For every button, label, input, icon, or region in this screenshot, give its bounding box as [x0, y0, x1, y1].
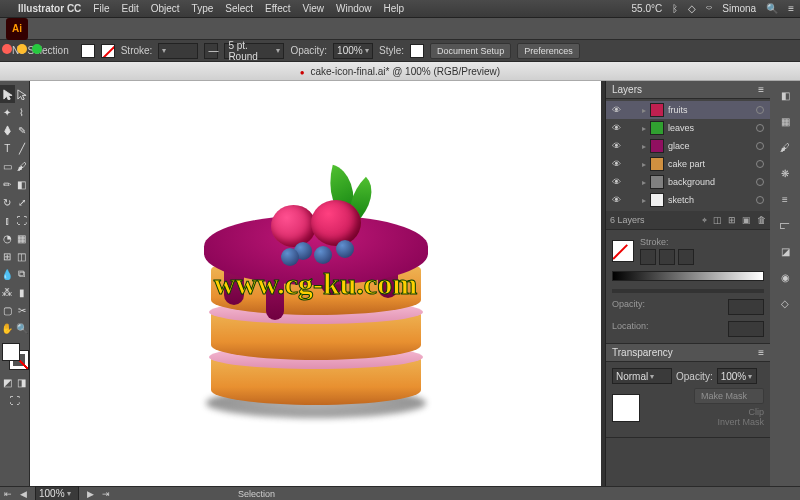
gradient-slider[interactable] [612, 289, 764, 293]
panel-menu-icon[interactable]: ≡ [758, 347, 764, 358]
document-setup-button[interactable]: Document Setup [430, 43, 511, 59]
target-icon[interactable] [756, 160, 764, 168]
menu-object[interactable]: Object [151, 3, 180, 14]
target-icon[interactable] [756, 106, 764, 114]
layer-row-background[interactable]: 👁 ▸ background [606, 173, 770, 191]
spotlight-icon[interactable]: 🔍 [766, 3, 778, 14]
delete-layer-icon[interactable]: 🗑 [757, 215, 766, 226]
layer-name[interactable]: leaves [668, 123, 752, 133]
menu-help[interactable]: Help [384, 3, 405, 14]
stroke-weight-field[interactable] [158, 43, 198, 59]
layer-name[interactable]: background [668, 177, 752, 187]
fill-swatch[interactable] [81, 44, 95, 58]
shape-builder-tool[interactable]: ◔ [0, 229, 15, 247]
visibility-icon[interactable]: 👁 [610, 141, 622, 151]
make-clip-icon[interactable]: ◫ [713, 215, 722, 226]
layer-row-leaves[interactable]: 👁 ▸ leaves [606, 119, 770, 137]
fill-color-box[interactable] [2, 343, 20, 361]
opacity-field[interactable]: 100% [333, 43, 373, 59]
perspective-tool[interactable]: ▦ [15, 229, 30, 247]
grad-opacity-field[interactable] [728, 299, 764, 315]
selection-tool[interactable] [0, 85, 15, 103]
expand-arrow-icon[interactable]: ▸ [642, 196, 646, 205]
locate-object-icon[interactable]: ⌖ [702, 215, 707, 226]
grad-stroke-btn-2[interactable] [659, 249, 675, 265]
zoom-tool[interactable]: 🔍 [15, 319, 30, 337]
visibility-icon[interactable]: 👁 [610, 159, 622, 169]
layer-row-fruits[interactable]: 👁 ▸ fruits [606, 101, 770, 119]
invert-mask-checkbox[interactable]: Invert Mask [644, 417, 764, 427]
layer-row-sketch[interactable]: 👁 ▸ sketch [606, 191, 770, 209]
graphic-style-swatch[interactable] [410, 44, 424, 58]
lasso-tool[interactable]: ⌇ [15, 103, 30, 121]
menu-type[interactable]: Type [192, 3, 214, 14]
scale-tool[interactable]: ⤢ [15, 193, 30, 211]
graphic-styles-panel-icon[interactable]: ◇ [777, 295, 793, 311]
layer-name[interactable]: glace [668, 141, 752, 151]
expand-arrow-icon[interactable]: ▸ [642, 160, 646, 169]
mesh-tool[interactable]: ⊞ [0, 247, 15, 265]
stroke-swatch[interactable] [101, 44, 115, 58]
color-panel-icon[interactable]: ◧ [777, 87, 793, 103]
slice-tool[interactable]: ✂ [15, 301, 30, 319]
dropbox-icon[interactable]: ◇ [688, 3, 696, 14]
layers-tab[interactable]: Layers ≡ [606, 81, 770, 99]
user-name[interactable]: Simona [722, 3, 756, 14]
artboard-nav-first-icon[interactable]: ⇤ [4, 489, 12, 499]
direct-selection-tool[interactable] [15, 85, 30, 103]
close-window-button[interactable] [2, 44, 12, 54]
new-sublayer-icon[interactable]: ⊞ [728, 215, 736, 226]
pencil-tool[interactable]: ✏ [0, 175, 15, 193]
visibility-icon[interactable]: 👁 [610, 177, 622, 187]
grad-location-field[interactable] [728, 321, 764, 337]
artboard-nav-next-icon[interactable]: ▶ [87, 489, 94, 499]
new-layer-icon[interactable]: ▣ [742, 215, 751, 226]
artboard-nav-prev-icon[interactable]: ◀ [20, 489, 27, 499]
brush-def-dropdown[interactable]: 5 pt. Round [224, 43, 284, 59]
artboard-tool[interactable]: ▢ [0, 301, 15, 319]
transparency-tab[interactable]: Transparency ≡ [606, 344, 770, 362]
hand-tool[interactable]: ✋ [0, 319, 15, 337]
visibility-icon[interactable]: 👁 [610, 195, 622, 205]
clip-checkbox[interactable]: Clip [644, 407, 764, 417]
visibility-icon[interactable]: 👁 [610, 105, 622, 115]
app-name[interactable]: Illustrator CC [18, 3, 81, 14]
expand-arrow-icon[interactable]: ▸ [642, 142, 646, 151]
target-icon[interactable] [756, 196, 764, 204]
paintbrush-tool[interactable]: 🖌 [15, 157, 30, 175]
screen-mode-button[interactable]: ⛶ [0, 391, 29, 409]
preferences-button[interactable]: Preferences [517, 43, 580, 59]
width-tool[interactable]: ⫿ [0, 211, 15, 229]
trans-thumb[interactable] [612, 394, 640, 422]
layer-name[interactable]: cake part [668, 159, 752, 169]
graph-tool[interactable]: ▮ [15, 283, 30, 301]
color-mode-button[interactable]: ◩ [0, 373, 15, 391]
target-icon[interactable] [756, 124, 764, 132]
menu-edit[interactable]: Edit [121, 3, 138, 14]
type-tool[interactable]: T [0, 139, 15, 157]
layer-name[interactable]: fruits [668, 105, 752, 115]
expand-arrow-icon[interactable]: ▸ [642, 124, 646, 133]
grad-stroke-btn-1[interactable] [640, 249, 656, 265]
rectangle-tool[interactable]: ▭ [0, 157, 15, 175]
appearance-panel-icon[interactable]: ◉ [777, 269, 793, 285]
make-mask-button[interactable]: Make Mask [694, 388, 764, 404]
zoom-level-field[interactable]: 100% [35, 486, 79, 501]
magic-wand-tool[interactable]: ✦ [0, 103, 15, 121]
layer-row-glace[interactable]: 👁 ▸ glace [606, 137, 770, 155]
layer-row-cake-part[interactable]: 👁 ▸ cake part [606, 155, 770, 173]
swatches-panel-icon[interactable]: ▦ [777, 113, 793, 129]
align-panel-icon[interactable]: ⫍ [777, 217, 793, 233]
expand-arrow-icon[interactable]: ▸ [642, 178, 646, 187]
symbol-sprayer-tool[interactable]: ⁂ [0, 283, 15, 301]
layer-name[interactable]: sketch [668, 195, 752, 205]
target-icon[interactable] [756, 178, 764, 186]
symbols-panel-icon[interactable]: ❋ [777, 165, 793, 181]
blend-mode-dropdown[interactable]: Normal [612, 368, 672, 384]
menu-view[interactable]: View [302, 3, 324, 14]
gradient-ramp[interactable] [612, 271, 764, 281]
trans-opacity-field[interactable]: 100% [717, 368, 757, 384]
grad-stroke-btn-3[interactable] [678, 249, 694, 265]
line-tool[interactable]: ╱ [15, 139, 30, 157]
gradient-mode-button[interactable]: ◨ [15, 373, 30, 391]
